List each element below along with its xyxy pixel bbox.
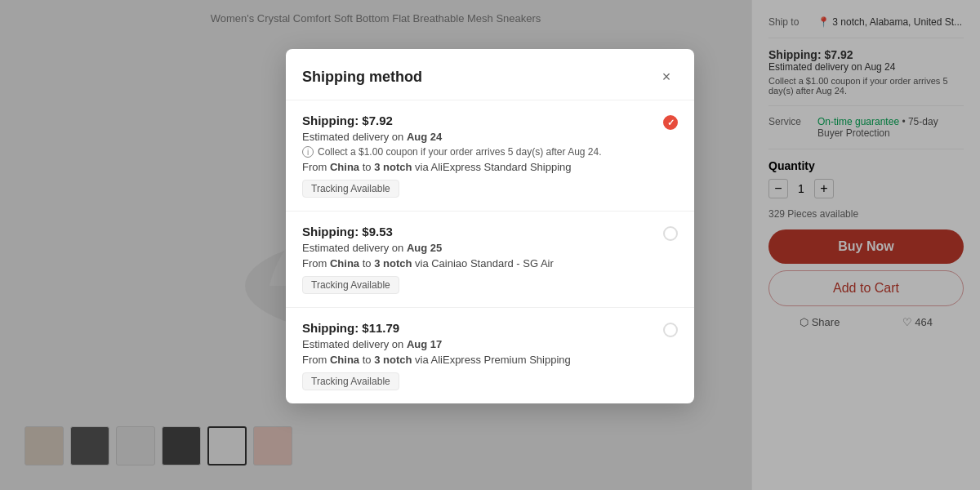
option1-tracking-badge: Tracking Available <box>302 180 399 198</box>
option3-tracking-badge: Tracking Available <box>302 372 399 390</box>
option2-radio[interactable] <box>663 226 678 241</box>
option3-price: Shipping: $11.79 <box>302 321 571 335</box>
option2-tracking-badge: Tracking Available <box>302 276 399 294</box>
option2-delivery: Estimated delivery on Aug 25 <box>302 242 554 254</box>
option1-details: Shipping: $7.92 Estimated delivery on Au… <box>302 114 602 198</box>
option1-header: Shipping: $7.92 Estimated delivery on Au… <box>302 114 678 198</box>
modal-close-button[interactable]: × <box>655 65 678 88</box>
option3-route: From China to 3 notch via AliExpress Pre… <box>302 354 571 366</box>
modal-header: Shipping method × <box>286 49 694 100</box>
info-icon-1: i <box>302 146 314 158</box>
option2-price: Shipping: $9.53 <box>302 225 554 238</box>
modal-title: Shipping method <box>302 69 422 86</box>
option1-coupon: i Collect a $1.00 coupon if your order a… <box>302 146 602 158</box>
option1-delivery: Estimated delivery on Aug 24 <box>302 131 602 143</box>
option1-price: Shipping: $7.92 <box>302 114 602 127</box>
option1-route: From China to 3 notch via AliExpress Sta… <box>302 161 602 173</box>
option2-details: Shipping: $9.53 Estimated delivery on Au… <box>302 225 554 294</box>
option2-header: Shipping: $9.53 Estimated delivery on Au… <box>302 225 678 294</box>
shipping-option-3[interactable]: Shipping: $11.79 Estimated delivery on A… <box>286 308 694 403</box>
modal-overlay: Shipping method × Shipping: $7.92 Estima… <box>0 0 980 490</box>
option1-radio[interactable] <box>663 115 678 130</box>
option3-radio[interactable] <box>663 323 678 337</box>
shipping-modal: Shipping method × Shipping: $7.92 Estima… <box>286 49 694 403</box>
shipping-option-1[interactable]: Shipping: $7.92 Estimated delivery on Au… <box>286 100 694 212</box>
option3-details: Shipping: $11.79 Estimated delivery on A… <box>302 321 571 390</box>
option3-header: Shipping: $11.79 Estimated delivery on A… <box>302 321 678 390</box>
shipping-option-2[interactable]: Shipping: $9.53 Estimated delivery on Au… <box>286 212 694 308</box>
option2-route: From China to 3 notch via Cainiao Standa… <box>302 257 554 270</box>
option3-delivery: Estimated delivery on Aug 17 <box>302 338 571 350</box>
